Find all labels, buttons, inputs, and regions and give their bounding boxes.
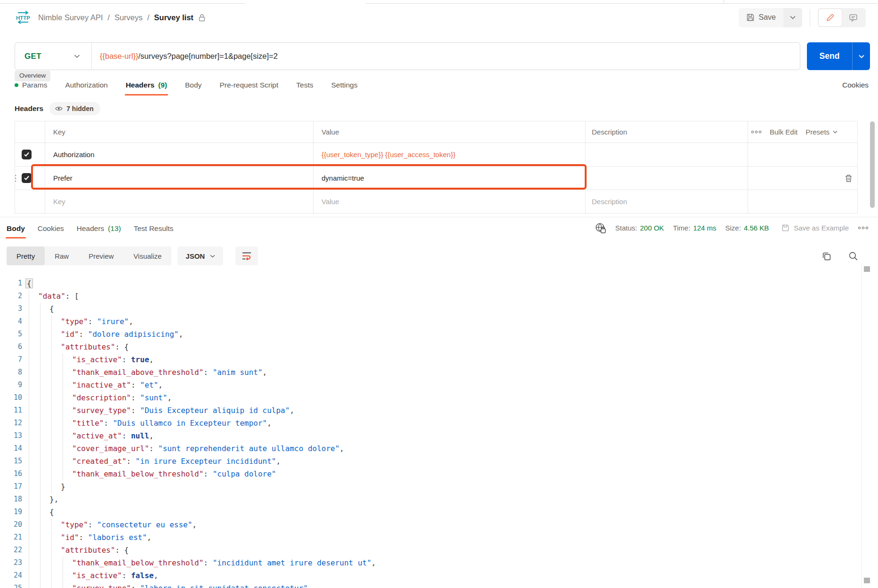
- save-icon: [781, 224, 789, 232]
- modified-dot-icon: [15, 83, 18, 87]
- response-tab-test-results[interactable]: Test Results: [134, 224, 173, 238]
- value-input[interactable]: Value: [314, 190, 586, 213]
- save-as-example-button[interactable]: Save as Example: [781, 224, 849, 232]
- row-checkbox[interactable]: [22, 173, 32, 183]
- description-cell[interactable]: [586, 143, 748, 166]
- breadcrumb-folder[interactable]: Surveys: [114, 13, 143, 22]
- code-text: "data": [: [27, 290, 79, 302]
- response-tab-headers[interactable]: Headers(13): [77, 224, 121, 238]
- code-text: "thank_email_below_threshold": "incididu…: [27, 556, 376, 569]
- tab-count: (13): [108, 224, 121, 233]
- response-more-actions-icon[interactable]: [858, 226, 869, 230]
- code-scrollbar-track: [862, 264, 862, 588]
- code-text: "thank_email_above_threshold": "anim sun…: [27, 366, 267, 379]
- code-line: 17}: [0, 480, 878, 493]
- save-as-example-label: Save as Example: [794, 224, 849, 232]
- send-button[interactable]: Send: [807, 42, 852, 70]
- key-cell[interactable]: Authorization: [45, 143, 314, 166]
- edit-request-button[interactable]: [819, 9, 842, 26]
- code-text: },: [27, 493, 58, 506]
- drag-handle-icon[interactable]: [15, 174, 17, 182]
- line-number: 25: [0, 582, 22, 588]
- line-number: 3: [0, 302, 22, 315]
- url-input[interactable]: {{base-url}}/surveys?page[number]=1&page…: [92, 52, 278, 61]
- request-tab-authorization[interactable]: Authorization: [65, 81, 107, 95]
- key-cell[interactable]: Prefer: [45, 167, 314, 190]
- code-text: {: [27, 277, 33, 290]
- code-line: 25"survey_type": "labore in sit cupidata…: [0, 582, 878, 588]
- code-line: 10"description": "sunt",: [0, 391, 878, 404]
- delete-row-icon[interactable]: [845, 174, 853, 183]
- code-text: "id": "laboris est",: [27, 531, 152, 544]
- row-actions-cell: [748, 167, 857, 190]
- copy-icon[interactable]: [822, 251, 831, 261]
- send-options-button[interactable]: [853, 42, 870, 70]
- hidden-headers-toggle[interactable]: 7 hidden: [49, 102, 100, 115]
- row-checkbox[interactable]: [22, 150, 32, 159]
- key-input[interactable]: Key: [45, 190, 314, 213]
- presets-dropdown[interactable]: Presets: [806, 128, 838, 136]
- bulk-edit-button[interactable]: Bulk Edit: [770, 128, 797, 136]
- line-number: 18: [0, 493, 22, 506]
- wrap-text-button[interactable]: [235, 246, 258, 265]
- search-icon[interactable]: [848, 251, 858, 261]
- breadcrumb: HTTP Nimble Survey API / Surveys / Surve…: [15, 10, 206, 24]
- line-number: 7: [0, 353, 22, 366]
- format-dropdown[interactable]: JSON: [177, 246, 223, 265]
- response-view-tabs: PrettyRawPreviewVisualize: [7, 246, 171, 265]
- method-select[interactable]: GET: [15, 43, 92, 70]
- view-tab-raw[interactable]: Raw: [45, 246, 79, 265]
- code-text: "created_at": "in irure Excepteur incidi…: [27, 455, 281, 468]
- code-line: 22"attributes": {: [0, 544, 878, 556]
- page-scrollbar-thumb[interactable]: [870, 121, 875, 208]
- response-tab-body[interactable]: Body: [7, 224, 25, 238]
- request-tab-pre-request-script[interactable]: Pre-request Script: [219, 81, 278, 95]
- size-badge[interactable]: Size: 4.56 KB: [725, 224, 769, 232]
- time-badge[interactable]: Time: 124 ms: [673, 224, 716, 232]
- view-tab-visualize[interactable]: Visualize: [124, 246, 172, 265]
- code-line: 18},: [0, 493, 878, 506]
- url-bar: GET {{base-url}}/surveys?page[number]=1&…: [15, 42, 800, 70]
- status-badge[interactable]: Status: 200 OK: [615, 224, 664, 232]
- breadcrumb-workspace[interactable]: Nimble Survey API: [38, 13, 103, 22]
- code-text: {: [27, 506, 54, 518]
- key-column-header: Key: [45, 121, 314, 143]
- cookies-link[interactable]: Cookies: [842, 81, 869, 95]
- line-number: 23: [0, 556, 22, 569]
- save-options-button[interactable]: [783, 8, 802, 27]
- request-tab-tests[interactable]: Tests: [296, 81, 313, 95]
- description-cell[interactable]: [586, 167, 748, 190]
- headers-section-header: Headers 7 hidden: [15, 102, 878, 115]
- chevron-down-icon: [210, 254, 215, 258]
- code-line: 16"thank_email_below_threshold": "culpa …: [0, 468, 878, 480]
- request-title: Survey list: [154, 13, 193, 22]
- network-globe-icon[interactable]: [595, 222, 606, 234]
- code-line: 5"id": "dolore adipisicing",: [0, 328, 878, 341]
- comments-button[interactable]: [842, 9, 865, 26]
- code-scrollbar-corner[interactable]: [864, 578, 870, 583]
- code-scrollbar-thumb[interactable]: [864, 266, 870, 272]
- request-tab-body[interactable]: Body: [185, 81, 201, 95]
- request-tab-settings[interactable]: Settings: [331, 81, 357, 95]
- presets-label: Presets: [806, 128, 830, 136]
- value-column-header: Value: [314, 121, 586, 143]
- row-select-cell: [15, 190, 45, 213]
- code-text: "description": "sunt",: [27, 391, 172, 404]
- request-tab-headers[interactable]: Headers(9): [126, 81, 167, 95]
- row-select-cell: [15, 167, 45, 190]
- view-tab-preview[interactable]: Preview: [79, 246, 123, 265]
- request-tabs: ParamsAuthorizationHeaders(9)BodyPre-req…: [15, 81, 358, 95]
- code-line: 9"inactive_at": "et",: [0, 379, 878, 391]
- value-cell[interactable]: {{user_token_type}} {{user_access_token}…: [314, 143, 586, 166]
- value-cell[interactable]: dynamic=true: [314, 167, 586, 190]
- code-text: "thank_email_below_threshold": "culpa do…: [27, 468, 276, 480]
- line-number: 8: [0, 366, 22, 379]
- more-actions-icon[interactable]: [751, 130, 762, 134]
- response-tab-cookies[interactable]: Cookies: [38, 224, 64, 238]
- overview-tab[interactable]: Overview: [15, 71, 50, 81]
- save-button[interactable]: Save: [739, 8, 783, 27]
- lock-icon: [198, 14, 206, 22]
- request-tab-params[interactable]: Params: [15, 81, 47, 95]
- view-tab-pretty[interactable]: Pretty: [7, 246, 45, 265]
- description-input[interactable]: Description: [586, 190, 748, 213]
